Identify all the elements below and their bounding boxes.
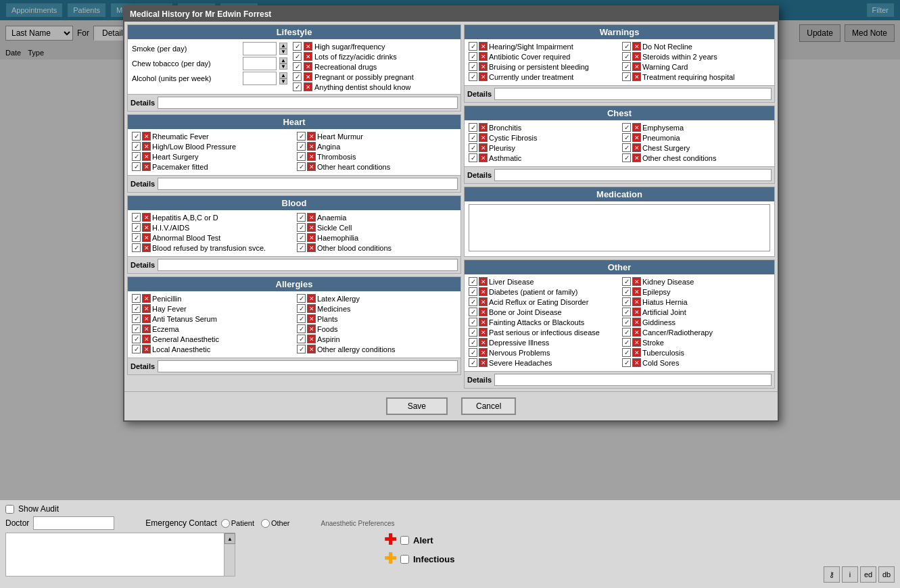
allergy-lcbx-3[interactable] xyxy=(142,324,151,333)
warning-lcbx-2[interactable] xyxy=(479,62,488,71)
chest-rcbx-3[interactable] xyxy=(632,153,641,162)
save-button[interactable]: Save xyxy=(386,397,448,415)
other-lcbx-6[interactable] xyxy=(479,338,488,347)
allergy-lcbx-4[interactable] xyxy=(142,335,151,343)
chest-rcbx-2[interactable] xyxy=(632,143,641,152)
smoke-up[interactable]: ▲ xyxy=(279,43,287,49)
lifestyle-cb-4[interactable] xyxy=(293,82,302,91)
blood-lcb-0[interactable] xyxy=(132,213,141,222)
notes-textarea[interactable] xyxy=(6,533,235,576)
blood-rcb-2[interactable] xyxy=(297,233,306,242)
other-lcb-0[interactable] xyxy=(469,277,477,286)
other-rcbx-8[interactable] xyxy=(632,358,641,367)
heart-rcb-1[interactable] xyxy=(297,142,306,151)
other-rcb-3[interactable] xyxy=(622,308,631,316)
chest-rcb-0[interactable] xyxy=(622,123,631,132)
other-lcbx-3[interactable] xyxy=(479,308,488,316)
heart-lcb-1[interactable] xyxy=(132,142,141,151)
blood-lcbx-3[interactable] xyxy=(142,243,151,252)
warning-rcbx-2[interactable] xyxy=(632,62,641,71)
blood-rcb-3[interactable] xyxy=(297,243,306,252)
other-rcb-2[interactable] xyxy=(622,297,631,306)
other-rcb-1[interactable] xyxy=(622,287,631,296)
patient-radio[interactable] xyxy=(221,519,230,528)
warning-lcb-2[interactable] xyxy=(469,62,477,71)
other-lcb-2[interactable] xyxy=(469,297,477,306)
allergy-rcb-4[interactable] xyxy=(297,335,306,343)
allergy-lcbx-1[interactable] xyxy=(142,304,151,313)
other-lcbx-0[interactable] xyxy=(479,277,488,286)
allergy-rcbx-3[interactable] xyxy=(307,324,316,333)
other-rcbx-0[interactable] xyxy=(632,277,641,286)
other-lcbx-1[interactable] xyxy=(479,287,488,296)
lifestyle-cb-1[interactable] xyxy=(293,52,302,61)
warning-rcb-3[interactable] xyxy=(622,72,631,81)
other-rcb-5[interactable] xyxy=(622,328,631,337)
allergy-rcbx-2[interactable] xyxy=(307,314,316,323)
other-rcb-6[interactable] xyxy=(622,338,631,347)
allergy-rcb-3[interactable] xyxy=(297,324,306,333)
chew-up[interactable]: ▲ xyxy=(279,57,287,64)
blood-lcb-3[interactable] xyxy=(132,243,141,252)
cancel-button[interactable]: Cancel xyxy=(461,397,516,415)
ed-icon-button[interactable]: ed xyxy=(860,566,876,583)
blood-lcbx-0[interactable] xyxy=(142,213,151,222)
lifestyle-cbx-1[interactable] xyxy=(304,52,312,61)
blood-lcbx-1[interactable] xyxy=(142,223,151,232)
allergy-lcb-3[interactable] xyxy=(132,324,141,333)
other-lcb-4[interactable] xyxy=(469,318,477,326)
allergy-rcb-1[interactable] xyxy=(297,304,306,313)
lifestyle-cbx-4[interactable] xyxy=(304,82,312,91)
other-rcbx-4[interactable] xyxy=(632,318,641,326)
other-rcbx-1[interactable] xyxy=(632,287,641,296)
allergy-lcb-5[interactable] xyxy=(132,345,141,353)
lifestyle-cbx-0[interactable] xyxy=(304,42,312,51)
chest-lcb-3[interactable] xyxy=(469,153,477,162)
chew-input[interactable] xyxy=(243,57,277,70)
allergy-rcbx-5[interactable] xyxy=(307,345,316,353)
warning-lcbx-0[interactable] xyxy=(479,42,488,51)
chest-rcbx-1[interactable] xyxy=(632,133,641,142)
chest-lcbx-3[interactable] xyxy=(479,153,488,162)
lifestyle-cbx-2[interactable] xyxy=(304,62,312,71)
allergy-rcb-0[interactable] xyxy=(297,294,306,303)
chest-lcb-0[interactable] xyxy=(469,123,477,132)
other-rcbx-5[interactable] xyxy=(632,328,641,337)
other-lcbx-8[interactable] xyxy=(479,358,488,367)
heart-lcbx-3[interactable] xyxy=(142,162,151,171)
warning-lcbx-1[interactable] xyxy=(479,52,488,61)
other-details-input[interactable] xyxy=(494,374,772,386)
chest-rcb-3[interactable] xyxy=(622,153,631,162)
allergy-lcbx-0[interactable] xyxy=(142,294,151,303)
other-lcb-7[interactable] xyxy=(469,348,477,357)
other-rcbx-6[interactable] xyxy=(632,338,641,347)
info-icon-button[interactable]: i xyxy=(842,566,858,583)
allergy-lcb-0[interactable] xyxy=(132,294,141,303)
lifestyle-details-input[interactable] xyxy=(158,97,458,109)
chest-rcb-1[interactable] xyxy=(622,133,631,142)
heart-rcb-2[interactable] xyxy=(297,152,306,161)
blood-details-input[interactable] xyxy=(158,259,458,271)
heart-rcbx-3[interactable] xyxy=(307,162,316,171)
alcohol-up[interactable]: ▲ xyxy=(279,72,287,78)
chest-lcbx-1[interactable] xyxy=(479,133,488,142)
chest-lcb-1[interactable] xyxy=(469,133,477,142)
warning-rcbx-3[interactable] xyxy=(632,72,641,81)
heart-lcb-3[interactable] xyxy=(132,162,141,171)
allergies-details-input[interactable] xyxy=(158,360,458,372)
chest-details-input[interactable] xyxy=(494,169,772,181)
warning-rcbx-0[interactable] xyxy=(632,42,641,51)
lifestyle-cb-0[interactable] xyxy=(293,42,302,51)
blood-rcbx-3[interactable] xyxy=(307,243,316,252)
chest-rcbx-0[interactable] xyxy=(632,123,641,132)
alert-checkbox[interactable] xyxy=(400,536,409,545)
lifestyle-cbx-3[interactable] xyxy=(304,72,312,81)
warning-rcb-2[interactable] xyxy=(622,62,631,71)
blood-lcb-1[interactable] xyxy=(132,223,141,232)
warning-lcbx-3[interactable] xyxy=(479,72,488,81)
heart-lcbx-2[interactable] xyxy=(142,152,151,161)
heart-lcbx-0[interactable] xyxy=(142,132,151,141)
alcohol-down[interactable]: ▼ xyxy=(279,78,287,84)
other-rcbx-2[interactable] xyxy=(632,297,641,306)
blood-rcb-0[interactable] xyxy=(297,213,306,222)
